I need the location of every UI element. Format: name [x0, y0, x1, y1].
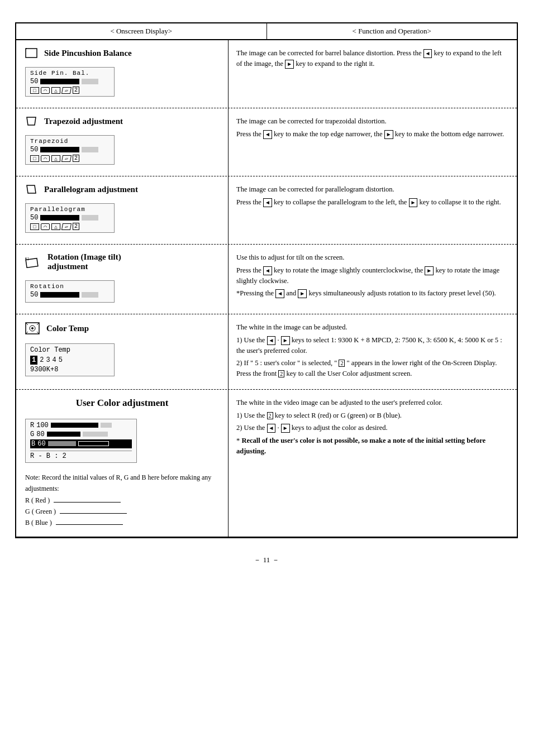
osd-num-icon2: 2 — [73, 155, 79, 162]
uc-g-label: G — [30, 430, 34, 438]
osd-bar-filled-parallelogram — [40, 215, 79, 221]
ct-opt-4: 4 — [53, 356, 56, 364]
key-left-icon: ◄ — [423, 49, 432, 58]
desc-uc-3: 2) Use the ◄ · ► keys to adjust the colo… — [236, 423, 509, 433]
key-right-icon6: ► — [281, 336, 290, 345]
osd-value-row-parallelogram: 50 — [30, 214, 110, 222]
osd-bar-filled-pincushion — [40, 79, 79, 84]
note-r: R ( Red ) — [25, 495, 219, 506]
uc-rb-row: R - B : 2 — [30, 451, 132, 460]
uc-rb-label: R - B : 2 — [30, 452, 66, 460]
uc-r-label: R — [30, 422, 34, 429]
osd-box-trapezoid: Trapezoid 50 □ ⌒ △ ▱ 2 — [25, 135, 115, 165]
uc-b-bar-filled — [48, 441, 76, 446]
trapezoid-icon — [25, 116, 37, 126]
svg-text:t↕: t↕ — [25, 256, 30, 261]
uc-r-row: R100 — [30, 422, 132, 429]
num-icon-2b: 2 — [278, 370, 284, 377]
pincushion-icon — [25, 48, 37, 58]
right-user-color: The white in the video image can be adju… — [229, 390, 517, 537]
ct-opt-3: 3 — [46, 356, 50, 364]
uc-r-bar-empty — [101, 423, 112, 428]
right-trapezoid: The image can be corrected for trapezoid… — [229, 108, 517, 176]
shape-curve-icon2: ⌒ — [41, 155, 50, 162]
osd-bar-filled-trapezoid — [40, 147, 79, 152]
osd-pincushion: Side Pin. Bal. 50 □ ⌒ △ ▱ 2 — [25, 67, 115, 97]
osd-parallelogram: Parallelogram 50 □ ⌒ △ ▱ 2 — [25, 203, 115, 233]
key-right-icon4: ► — [425, 266, 434, 275]
osd-color-temp: Color Temp 1 2 3 4 5 9300K+8 — [25, 343, 115, 376]
key-left-icon6: ◄ — [267, 336, 276, 345]
osd-box-color-temp: Color Temp 1 2 3 4 5 9300K+8 — [25, 343, 115, 376]
ct-value: 9300K+8 — [30, 366, 110, 374]
svg-point-8 — [31, 327, 34, 329]
osd-bar-filled-rotation — [40, 292, 79, 298]
main-table: < Onscreen Display> < Function and Opera… — [15, 22, 518, 538]
osd-box-pincushion: Side Pin. Bal. 50 □ ⌒ △ ▱ 2 — [25, 67, 115, 97]
shape-tri-icon: △ — [51, 87, 60, 94]
svg-rect-0 — [26, 49, 37, 58]
shape-curve-icon3: ⌒ — [41, 223, 50, 230]
g-blank-line — [60, 513, 127, 514]
desc-rotation-1: Use this to adjust for tilt on the scree… — [236, 252, 509, 263]
num-icon-2a: 2 — [339, 360, 345, 367]
page-number: － 11 － — [0, 549, 533, 571]
row-color-temp: Color Temp Color Temp 1 2 3 4 5 9300K+8 … — [16, 314, 517, 390]
osd-label-rotation: Rotation — [30, 283, 110, 290]
osd-bar-empty-trapezoid — [82, 147, 98, 152]
osd-label-trapezoid: Trapezoid — [30, 138, 110, 145]
shape-para-icon2: ▱ — [61, 155, 72, 162]
r-blank-line — [54, 502, 121, 503]
osd-num-icon: 2 — [73, 87, 79, 94]
desc-uc-4: * Recall of the user's color is not poss… — [236, 436, 509, 457]
rotation-icon: t↕ — [25, 256, 41, 268]
note-g: G ( Green ) — [25, 506, 219, 517]
desc-parallelogram-1: The image can be corrected for parallelo… — [236, 184, 509, 195]
desc-rotation-3: *Pressing the ◄ and ► keys simultaneousl… — [236, 288, 509, 299]
uc-b-bar-empty — [78, 441, 109, 446]
row-rotation: t↕ Rotation (Image tilt)adjustment Rotat… — [16, 245, 517, 314]
desc-uc-2: 1) Use the 2 key to select R (red) or G … — [236, 410, 509, 421]
desc-ct-2: 1) Use the ◄ · ► keys to select 1: 9300 … — [236, 335, 509, 356]
right-rotation: Use this to adjust for tilt on the scree… — [229, 245, 517, 314]
key-right-icon7: ► — [281, 424, 290, 433]
b-blank-line — [56, 524, 123, 525]
title-text-pincushion: Side Pincushion Balance — [44, 49, 132, 58]
osd-value-parallelogram: 50 — [30, 214, 38, 222]
osd-value-row-trapezoid: 50 — [30, 146, 110, 154]
left-parallelogram: Parallelogram adjustment Parallelogram 5… — [16, 176, 229, 244]
uc-b-row: B 60 — [30, 439, 132, 448]
shape-rect-icon: □ — [30, 87, 39, 94]
osd-bar-empty-rotation — [82, 292, 98, 298]
title-text-color-temp: Color Temp — [46, 324, 89, 333]
title-color-temp: Color Temp — [25, 322, 219, 334]
uc-g-value: 80 — [36, 430, 44, 438]
title-trapezoid: Trapezoid adjustment — [25, 116, 219, 126]
desc-uc-1: The white in the video image can be adju… — [236, 398, 509, 408]
key-right-icon5: ► — [298, 289, 307, 298]
key-right-icon: ► — [285, 60, 294, 69]
uc-r-value: 100 — [36, 422, 49, 429]
osd-value-trapezoid: 50 — [30, 146, 38, 154]
title-text-trapezoid: Trapezoid adjustment — [44, 117, 123, 126]
header-onscreen: < Onscreen Display> — [16, 23, 267, 39]
osd-label-pincushion: Side Pin. Bal. — [30, 70, 110, 76]
uc-g-bar-empty — [83, 432, 108, 437]
desc-ct-3: 2) If " 5 : user's color " is selected, … — [236, 358, 509, 379]
user-color-note: Note: Record the initial values of R, G … — [25, 472, 219, 529]
shape-curve-icon: ⌒ — [41, 87, 50, 94]
desc-pincushion: The image can be corrected for barrel ba… — [236, 48, 509, 69]
osd-trapezoid: Trapezoid 50 □ ⌒ △ ▱ 2 — [25, 135, 115, 165]
osd-bar-empty-parallelogram — [82, 215, 98, 221]
title-side-pincushion: Side Pincushion Balance — [25, 48, 219, 58]
osd-value-pincushion: 50 — [30, 78, 38, 85]
uc-g-bar-filled — [47, 432, 80, 437]
ct-options-row: 1 2 3 4 5 — [30, 356, 110, 365]
desc-trapezoid-2: Press the ◄ key to make the top edge nar… — [236, 129, 509, 140]
osd-icons-pincushion: □ ⌒ △ ▱ 2 — [30, 87, 110, 94]
osd-rotation: Rotation 50 — [25, 280, 115, 303]
key-left-icon5: ◄ — [275, 289, 284, 298]
right-color-temp: The white in the image can be adjusted. … — [229, 314, 517, 389]
shape-tri-icon3: △ — [51, 223, 60, 230]
title-parallelogram: Parallelogram adjustment — [25, 184, 219, 194]
